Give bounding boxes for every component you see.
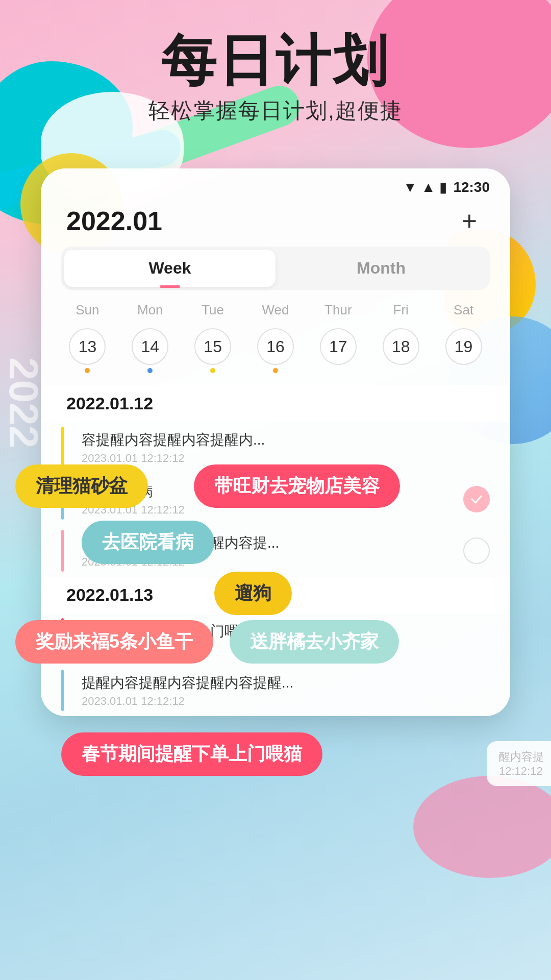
wifi-icon: ▼ bbox=[403, 179, 417, 195]
task-line-0-0 bbox=[61, 427, 64, 468]
section-date-0: 2022.01.12 bbox=[41, 385, 510, 422]
calendar-current-date: 2022.01 bbox=[66, 206, 162, 236]
status-icons: ▼ ▲ ▮ bbox=[403, 179, 447, 195]
date-num-13: 13 bbox=[69, 328, 106, 365]
date-num-17: 17 bbox=[320, 328, 357, 365]
main-title: 每日计划 bbox=[0, 31, 551, 91]
signal-icon: ▲ bbox=[421, 179, 436, 195]
header-area: 每日计划 轻松掌握每日计划,超便捷 bbox=[0, 31, 551, 125]
tag-spring-festival[interactable]: 春节期间提醒下单上门喂猫 bbox=[61, 732, 322, 776]
date-num-18: 18 bbox=[383, 328, 419, 365]
task-line-0-2 bbox=[61, 530, 64, 571]
task-check-empty-0-2[interactable] bbox=[463, 537, 490, 564]
date-15[interactable]: 15 bbox=[182, 328, 244, 373]
tab-week[interactable]: Week bbox=[64, 250, 276, 287]
year-label: 2022 bbox=[0, 357, 47, 448]
date-dot-13 bbox=[85, 368, 90, 373]
add-task-button[interactable]: + bbox=[454, 206, 485, 236]
calendar-header: 2022.01 + bbox=[41, 201, 510, 247]
status-time: 12:30 bbox=[453, 179, 490, 195]
tag-walk-dog[interactable]: 遛狗 bbox=[214, 572, 292, 615]
task-time-1-1: 2023.01.01 12:12:12 bbox=[82, 695, 490, 708]
date-13[interactable]: 13 bbox=[56, 328, 119, 373]
weekday-tue: Tue bbox=[182, 302, 244, 318]
weekday-sun: Sun bbox=[56, 302, 119, 318]
battery-icon: ▮ bbox=[439, 179, 447, 195]
date-18[interactable]: 18 bbox=[369, 328, 432, 373]
task-content-0-0: 容提醒内容提醒内容提醒内... 2023.01.01 12:12:12 bbox=[82, 430, 490, 465]
task-check-0-1[interactable] bbox=[463, 486, 490, 512]
date-num-15: 15 bbox=[194, 328, 231, 365]
date-16[interactable]: 16 bbox=[244, 328, 307, 373]
sub-title: 轻松掌握每日计划,超便捷 bbox=[0, 96, 551, 125]
bottom-right-time: 12:12:12 bbox=[499, 765, 544, 778]
calendar-tabs: Week Month bbox=[61, 247, 490, 290]
date-num-19: 19 bbox=[445, 328, 482, 365]
date-14[interactable]: 14 bbox=[119, 328, 182, 373]
date-17[interactable]: 17 bbox=[307, 328, 369, 373]
date-19[interactable]: 19 bbox=[432, 328, 495, 373]
task-title-1-1: 提醒内容提醒内容提醒内容提醒... bbox=[82, 673, 490, 693]
task-time-0-0: 2023.01.01 12:12:12 bbox=[82, 452, 490, 465]
date-dot-16 bbox=[273, 368, 278, 373]
tag-clean-litter[interactable]: 清理猫砂盆 bbox=[15, 464, 148, 508]
tag-pet-grooming[interactable]: 带旺财去宠物店美容 bbox=[194, 464, 400, 508]
bottom-right-text: 醒内容提 bbox=[499, 749, 544, 765]
tag-send-cat[interactable]: 送胖橘去小齐家 bbox=[230, 620, 399, 664]
task-content-1-1: 提醒内容提醒内容提醒内容提醒... 2023.01.01 12:12:12 bbox=[82, 673, 490, 708]
task-line-1-1 bbox=[61, 670, 64, 711]
weekday-thur: Thur bbox=[307, 302, 369, 318]
date-num-14: 14 bbox=[132, 328, 168, 365]
tag-reward-cat[interactable]: 奖励来福5条小鱼干 bbox=[15, 620, 213, 664]
tag-hospital[interactable]: 去医院看病 bbox=[82, 521, 214, 564]
tab-month[interactable]: Month bbox=[276, 250, 487, 287]
weekday-mon: Mon bbox=[119, 302, 182, 318]
weekdays-row: Sun Mon Tue Wed Thur Fri Sat bbox=[41, 290, 510, 323]
bottom-right-decoration: 醒内容提 12:12:12 bbox=[487, 741, 551, 786]
status-bar: ▼ ▲ ▮ 12:30 bbox=[41, 168, 510, 201]
weekday-sat: Sat bbox=[432, 302, 495, 318]
weekday-wed: Wed bbox=[244, 302, 307, 318]
dates-row: 13 14 15 16 17 18 19 bbox=[41, 323, 510, 385]
weekday-fri: Fri bbox=[369, 302, 432, 318]
date-dot-15 bbox=[210, 368, 215, 373]
task-title-0-0: 容提醒内容提醒内容提醒内... bbox=[82, 430, 490, 450]
date-dot-14 bbox=[147, 368, 153, 373]
date-num-16: 16 bbox=[257, 328, 294, 365]
task-row-1-1[interactable]: 提醒内容提醒内容提醒内容提醒... 2023.01.01 12:12:12 bbox=[41, 665, 510, 716]
